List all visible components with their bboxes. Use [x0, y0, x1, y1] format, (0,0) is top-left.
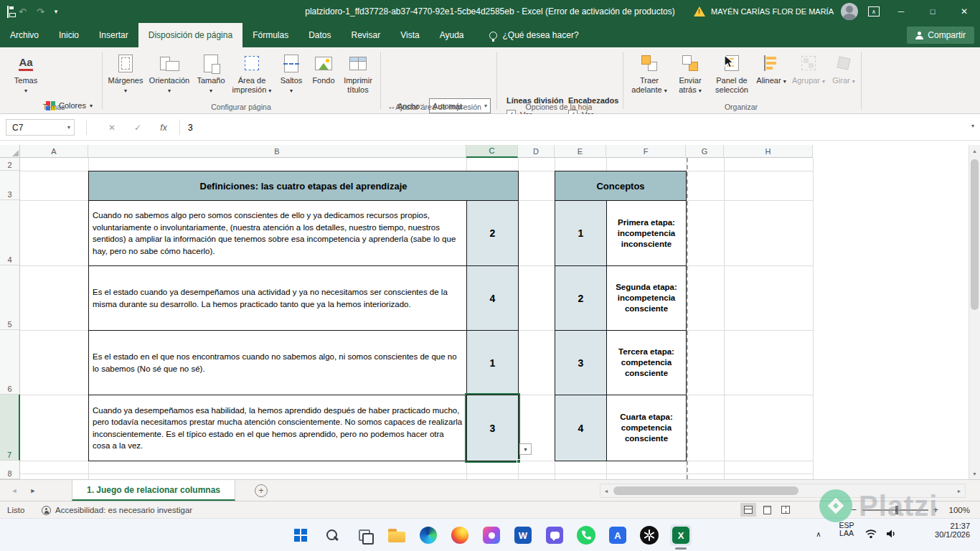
ribbon-display-options-icon[interactable]: ∧: [868, 6, 880, 17]
cell-F7[interactable]: Cuarta etapa: competencia consciente: [606, 395, 687, 461]
accessibility-status[interactable]: Accesibilidad: es necesario investigar: [42, 501, 192, 519]
send-backward-button[interactable]: Enviar atrás ▾: [672, 50, 709, 110]
vertical-scrollbar[interactable]: ▲ ▼: [969, 145, 980, 479]
selection-pane-button[interactable]: Panel de selección: [712, 50, 752, 110]
margins-button[interactable]: Márgenes▾: [106, 50, 145, 110]
row-header-7[interactable]: 7: [0, 395, 20, 461]
excel-taskbar-button[interactable]: X: [670, 524, 692, 546]
volume-button[interactable]: [885, 529, 897, 542]
minimize-button[interactable]: ─: [885, 0, 917, 23]
print-titles-button[interactable]: Imprimir títulos: [339, 50, 377, 110]
zoom-slider-thumb[interactable]: [895, 506, 898, 514]
start-button[interactable]: [290, 524, 311, 546]
row-header-2[interactable]: 2: [0, 158, 20, 171]
confirm-entry-button[interactable]: ✓: [129, 119, 146, 136]
formula-input[interactable]: 3: [188, 119, 193, 136]
cell-E6[interactable]: 3: [555, 330, 607, 395]
tab-vista[interactable]: Vista: [390, 23, 429, 47]
sheet-nav-left-button[interactable]: ◄: [6, 480, 23, 501]
data-validation-dropdown-button[interactable]: ▼: [519, 443, 532, 455]
taskbar-search-button[interactable]: [321, 524, 343, 546]
normal-view-button[interactable]: [740, 503, 756, 517]
tab-inicio[interactable]: Inicio: [49, 23, 89, 47]
horizontal-scrollbar-thumb[interactable]: [613, 486, 798, 495]
scroll-left-button[interactable]: ◄: [600, 484, 612, 497]
cell-B4[interactable]: Cuando no sabemos algo pero somos consci…: [88, 200, 467, 266]
scroll-up-button[interactable]: ▲: [969, 145, 980, 156]
row-header-6[interactable]: 6: [0, 330, 20, 395]
column-header-a[interactable]: A: [20, 145, 88, 158]
new-sheet-button[interactable]: +: [255, 484, 268, 497]
cell-E4[interactable]: 1: [555, 200, 607, 266]
maximize-button[interactable]: □: [917, 0, 948, 23]
page-break-view-button[interactable]: [778, 503, 793, 517]
firefox-button[interactable]: [449, 524, 471, 546]
avatar[interactable]: [841, 3, 858, 20]
column-header-f[interactable]: F: [606, 145, 686, 158]
scroll-down-button[interactable]: ▼: [969, 468, 980, 479]
zoom-level[interactable]: 100%: [949, 501, 970, 519]
tray-expand-button[interactable]: ∧: [812, 523, 825, 545]
file-explorer-button[interactable]: [386, 524, 407, 546]
language-indicator[interactable]: ESPLAA: [834, 522, 859, 537]
column-header-e[interactable]: E: [555, 145, 606, 158]
cell-B6[interactable]: Es el estado en el que nos encontramos c…: [88, 330, 467, 395]
fill-handle[interactable]: [517, 459, 521, 463]
cell-C6[interactable]: 1: [466, 330, 519, 395]
tab-archivo[interactable]: Archivo: [0, 23, 49, 47]
purple-chat-app-button[interactable]: [544, 524, 565, 546]
breaks-button[interactable]: Saltos▾: [275, 50, 307, 110]
cell-C5[interactable]: 4: [466, 265, 519, 331]
vertical-scrollbar-thumb[interactable]: [971, 159, 979, 310]
task-view-button[interactable]: [354, 524, 375, 546]
word-button[interactable]: W: [512, 524, 534, 546]
tab-revisar[interactable]: Revisar: [341, 23, 391, 47]
horizontal-scrollbar[interactable]: ◄ ►: [600, 484, 966, 498]
themes-button[interactable]: Aa Temas▾: [9, 50, 43, 110]
tab-ayuda[interactable]: Ayuda: [430, 23, 474, 47]
definitions-table-header[interactable]: Definiciones: las cuatro etapas del apre…: [88, 171, 519, 201]
column-header-b[interactable]: B: [88, 145, 466, 158]
scroll-right-button[interactable]: ►: [953, 484, 965, 497]
column-header-c[interactable]: C: [466, 145, 518, 158]
whatsapp-button[interactable]: [575, 524, 597, 546]
column-header-d[interactable]: D: [518, 145, 555, 158]
expand-formula-bar-button[interactable]: ▾: [971, 123, 974, 129]
bring-forward-button[interactable]: Traer adelante ▾: [630, 50, 669, 110]
size-button[interactable]: Tamaño▾: [194, 50, 228, 110]
sheet-tab-active[interactable]: 1. Juego de relacionar columnas: [72, 480, 235, 501]
tab-disposicion-de-pagina[interactable]: Disposición de página: [138, 23, 242, 47]
column-header-g[interactable]: G: [686, 145, 724, 158]
cell-F5[interactable]: Segunda etapa: incompetencia consciente: [606, 265, 687, 331]
zoom-out-button[interactable]: −: [851, 504, 857, 515]
cell-E7[interactable]: 4: [555, 395, 607, 461]
conceptos-table-header[interactable]: Conceptos: [555, 171, 687, 201]
cancel-entry-button[interactable]: ✕: [103, 119, 121, 136]
background-button[interactable]: Fondo: [308, 50, 339, 110]
tell-me-search[interactable]: ¿Qué desea hacer?: [489, 23, 578, 47]
edge-button[interactable]: [418, 524, 439, 546]
column-header-h[interactable]: H: [724, 145, 813, 158]
tab-formulas[interactable]: Fórmulas: [242, 23, 298, 47]
cell-F4[interactable]: Primera etapa: incompetencia inconscient…: [606, 200, 687, 266]
insert-function-button[interactable]: fx: [155, 119, 172, 136]
chatgpt-button[interactable]: [639, 524, 660, 546]
tab-datos[interactable]: Datos: [298, 23, 341, 47]
row-header-3[interactable]: 3: [0, 171, 20, 200]
cell-B7[interactable]: Cuando ya desempeñamos esa habilidad, la…: [88, 395, 467, 461]
select-all-corner[interactable]: [0, 145, 20, 158]
cell-F6[interactable]: Tercera etapa: competencia consciente: [606, 330, 687, 395]
row-header-8[interactable]: 8: [0, 461, 20, 479]
cell-E5[interactable]: 2: [555, 265, 607, 331]
cell-B5[interactable]: Es el estado cuando ya desempeñamos una …: [88, 265, 467, 331]
share-button[interactable]: Compartir: [907, 27, 974, 44]
tab-insertar[interactable]: Insertar: [89, 23, 138, 47]
print-area-button[interactable]: Área de impresión ▾: [231, 50, 273, 110]
user-name[interactable]: MAYÉN CARÍAS FLOR DE MARÍA: [711, 7, 834, 16]
page-layout-view-button[interactable]: [759, 503, 775, 517]
cell-C4[interactable]: 2: [466, 200, 519, 266]
align-button[interactable]: Alinear ▾: [755, 50, 788, 110]
zoom-in-button[interactable]: +: [933, 504, 938, 515]
name-box[interactable]: C7 ▾: [6, 119, 75, 136]
row-header-4[interactable]: 4: [0, 200, 20, 265]
